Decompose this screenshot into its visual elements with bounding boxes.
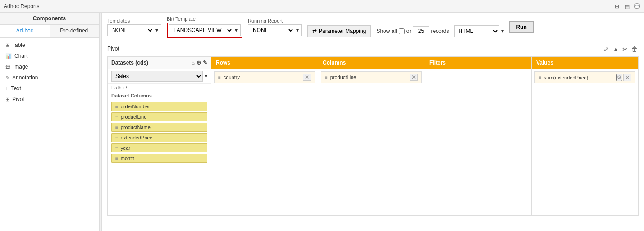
sidebar-item-label-image: Image — [13, 64, 28, 70]
birt-template-select[interactable]: LANDSCAPE VIEW ▾ — [169, 24, 241, 36]
rows-chip-country-left: ≡ country — [218, 74, 240, 80]
birt-template-label: Birt Template — [167, 16, 242, 22]
column-item-month[interactable]: ≡ month — [111, 154, 207, 163]
pivot-expand-btn[interactable]: ⤢ — [603, 46, 610, 53]
table-icon[interactable]: ▤ — [623, 3, 630, 10]
col-icon-productLine: ≡ — [115, 115, 118, 120]
column-item-productName[interactable]: ≡ productName — [111, 123, 207, 132]
sidebar-tabs: Ad-hoc Pre-defined — [0, 25, 99, 38]
columns-chip-productLine-label: productLine — [330, 74, 356, 80]
column-item-productLine[interactable]: ≡ productLine — [111, 112, 207, 121]
col-icon-extendedPrice: ≡ — [115, 135, 118, 140]
pivot-area: Pivot ⤢ ▲ ✂ 🗑 Datasets (cds) ⌂ ⊕ — [102, 42, 644, 231]
pivot-cut-btn[interactable]: ✂ — [621, 46, 629, 53]
columns-content[interactable]: ≡ productLine ✕ — [318, 69, 425, 215]
datasets-header: Datasets (cds) ⌂ ⊕ ✎ — [108, 57, 211, 69]
run-button[interactable]: Run — [509, 21, 533, 33]
col-label-productName: productName — [121, 125, 151, 130]
sidebar-header: Components — [0, 13, 99, 25]
dataset-dropdown-arrow: ▾ — [205, 73, 207, 79]
columns-chip-productLine: ≡ productLine ✕ — [321, 71, 422, 83]
dataset-columns-label: Dataset Columns — [108, 91, 211, 100]
column-item-orderNumber[interactable]: ≡ orderNumber — [111, 102, 207, 111]
tab-predefined[interactable]: Pre-defined — [50, 25, 99, 37]
running-report-label: Running Report — [248, 18, 302, 23]
running-report-dropdown[interactable]: NONE — [251, 27, 294, 34]
sidebar-item-annotation[interactable]: ✎ Annotation — [0, 72, 99, 83]
datasets-home-icon[interactable]: ⌂ — [192, 60, 195, 66]
rows-chip-country: ≡ country ✕ — [214, 71, 315, 83]
datasets-header-icons: ⌂ ⊕ ✎ — [192, 60, 207, 66]
column-item-year[interactable]: ≡ year — [111, 143, 207, 152]
birt-template-group: Birt Template LANDSCAPE VIEW ▾ — [167, 16, 242, 38]
rows-chip-country-icon: ≡ — [218, 75, 221, 80]
content-area: Templates NONE ▾ Birt Template LANDSCAPE… — [102, 13, 644, 231]
datasets-panel: Datasets (cds) ⌂ ⊕ ✎ Sales ▾ Path : / — [108, 57, 211, 215]
dataset-path: Path : / — [108, 84, 211, 91]
templates-label: Templates — [107, 18, 161, 23]
sidebar-item-label-table: Table — [12, 42, 25, 48]
sidebar-item-label-chart: Chart — [14, 53, 27, 59]
datasets-header-label: Datasets (cds) — [111, 60, 148, 66]
pivot-up-btn[interactable]: ▲ — [612, 46, 620, 53]
sidebar-item-pivot[interactable]: ⊞ Pivot — [0, 94, 99, 105]
col-icon-productName: ≡ — [115, 125, 118, 130]
columns-chip-productLine-left: ≡ productLine — [325, 74, 356, 80]
values-chip-label: sum(extendedPrice) — [544, 75, 588, 80]
or-label: or — [406, 28, 411, 34]
pivot-toolbar: ⤢ ▲ ✂ 🗑 — [603, 46, 639, 53]
records-input[interactable] — [413, 26, 429, 36]
dataset-select-row: Sales ▾ — [108, 69, 211, 84]
column-item-extendedPrice[interactable]: ≡ extendedPrice — [111, 133, 207, 142]
sidebar-item-image[interactable]: 🖼 Image — [0, 61, 99, 72]
text-item-icon: T — [5, 86, 9, 91]
show-all-label: Show all — [376, 28, 397, 34]
values-chip-gear[interactable]: ⚙ — [616, 74, 622, 81]
title-bar-icons: ⊞ ▤ 💬 — [613, 3, 640, 10]
sidebar: Components Ad-hoc Pre-defined ⊞ Table 📊 … — [0, 13, 99, 231]
param-mapping-button[interactable]: ⇄ Parameter Mapping — [307, 25, 371, 37]
values-chip-delete[interactable]: ✕ — [623, 74, 631, 81]
filters-zone: Filters — [425, 57, 532, 215]
sidebar-item-label-annotation: Annotation — [12, 74, 38, 81]
running-report-select[interactable]: NONE ▾ — [248, 24, 302, 36]
toolbar: Templates NONE ▾ Birt Template LANDSCAPE… — [102, 13, 644, 42]
grid-icon[interactable]: ⊞ — [613, 3, 621, 10]
datasets-add-icon[interactable]: ⊕ — [196, 60, 201, 66]
drop-zones: Rows ≡ country ✕ — [211, 57, 638, 215]
templates-select[interactable]: NONE ▾ — [107, 24, 161, 36]
sidebar-item-table[interactable]: ⊞ Table — [0, 40, 99, 51]
templates-dropdown-arrow: ▾ — [155, 27, 158, 33]
col-label-month: month — [121, 156, 135, 161]
rows-content[interactable]: ≡ country ✕ — [211, 69, 318, 215]
columns-chip-productLine-delete[interactable]: ✕ — [410, 74, 418, 81]
sidebar-item-text[interactable]: T Text — [0, 83, 99, 94]
main-layout: Components Ad-hoc Pre-defined ⊞ Table 📊 … — [0, 13, 644, 231]
col-icon-orderNumber: ≡ — [115, 104, 118, 109]
columns-chip-productLine-icon: ≡ — [325, 75, 328, 80]
show-all-checkbox[interactable] — [399, 28, 405, 34]
image-item-icon: 🖼 — [5, 64, 10, 69]
filters-header: Filters — [425, 57, 531, 69]
chart-item-icon: 📊 — [5, 53, 12, 59]
birt-template-dropdown[interactable]: LANDSCAPE VIEW — [172, 27, 233, 34]
values-chip-sumExtendedPrice: ≡ sum(extendedPrice) ⚙ ✕ — [534, 71, 635, 83]
format-dropdown[interactable]: HTML PDF Excel — [454, 25, 499, 37]
sidebar-item-chart[interactable]: 📊 Chart — [0, 51, 99, 61]
rows-chip-country-delete[interactable]: ✕ — [303, 74, 311, 81]
filters-content[interactable] — [425, 69, 531, 215]
dataset-dropdown[interactable]: Sales — [111, 71, 203, 82]
values-content[interactable]: ≡ sum(extendedPrice) ⚙ ✕ — [532, 69, 638, 215]
pivot-title: Pivot — [107, 46, 119, 52]
column-items: ≡ orderNumber ≡ productLine ≡ productNam… — [108, 100, 211, 165]
pivot-delete-btn[interactable]: 🗑 — [630, 46, 639, 53]
chat-icon[interactable]: 💬 — [633, 3, 640, 10]
running-report-group: Running Report NONE ▾ — [248, 18, 302, 36]
col-label-orderNumber: orderNumber — [121, 104, 150, 109]
columns-header: Columns — [318, 57, 425, 69]
templates-dropdown[interactable]: NONE — [110, 27, 154, 34]
sidebar-items: ⊞ Table 📊 Chart 🖼 Image ✎ Annotation T T… — [0, 38, 99, 106]
tab-adhoc[interactable]: Ad-hoc — [0, 25, 50, 37]
datasets-edit-icon[interactable]: ✎ — [203, 60, 207, 66]
drop-zones-top: Rows ≡ country ✕ — [211, 57, 638, 215]
